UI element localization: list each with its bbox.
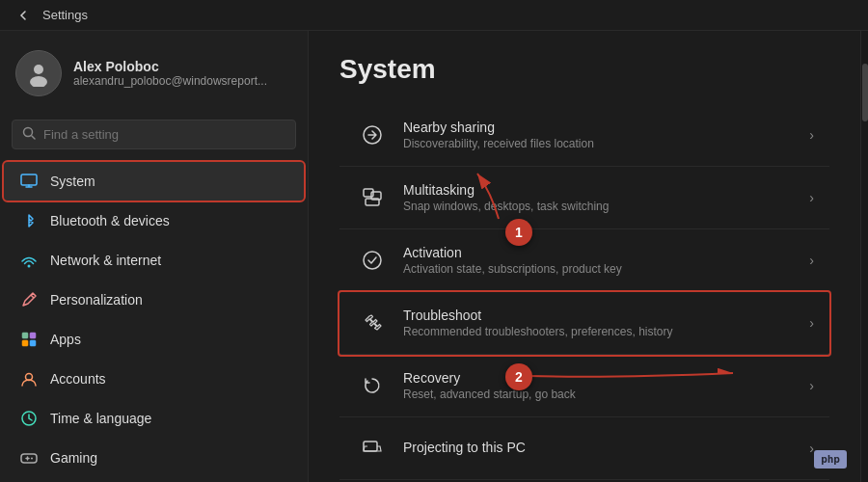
- sidebar-item-label-personalization: Personalization: [50, 292, 143, 308]
- sidebar: Alex Poloboc alexandru_poloboc@windowsre…: [0, 31, 309, 482]
- chevron-right-icon: ›: [809, 315, 814, 331]
- setting-name-troubleshoot: Troubleshoot: [403, 308, 809, 323]
- sidebar-item-time[interactable]: Time & language: [4, 399, 304, 438]
- sidebar-item-label-network: Network & internet: [50, 253, 161, 268]
- sidebar-item-label-apps: Apps: [50, 332, 81, 347]
- nearby-sharing-icon: [355, 118, 390, 152]
- user-profile[interactable]: Alex Poloboc alexandru_poloboc@windowsre…: [0, 31, 308, 112]
- svg-rect-3: [21, 174, 37, 185]
- chevron-right-icon: ›: [809, 378, 814, 393]
- scrollbar[interactable]: [860, 31, 868, 482]
- sidebar-item-label-system: System: [50, 174, 95, 189]
- sidebar-item-system[interactable]: System: [4, 162, 304, 201]
- setting-desc-troubleshoot: Recommended troubleshooters, preferences…: [403, 325, 809, 338]
- sidebar-item-gaming[interactable]: Gaming: [4, 439, 304, 477]
- sidebar-item-network[interactable]: Network & internet: [4, 241, 304, 280]
- php-badge: php: [814, 450, 847, 469]
- projecting-icon: [355, 431, 390, 466]
- bluetooth-icon: [19, 211, 39, 230]
- sidebar-item-apps[interactable]: Apps: [4, 320, 304, 359]
- setting-name-projecting: Projecting to this PC: [403, 440, 809, 455]
- svg-point-0: [34, 65, 43, 74]
- system-icon: [19, 172, 39, 191]
- svg-point-4: [28, 265, 31, 268]
- nav-list: System Bluetooth & devices: [0, 161, 308, 478]
- avatar: [15, 50, 62, 96]
- page-title: System: [339, 54, 829, 85]
- main-layout: Alex Poloboc alexandru_poloboc@windowsre…: [0, 31, 868, 482]
- setting-item-troubleshoot[interactable]: Troubleshoot Recommended troubleshooters…: [339, 292, 829, 355]
- svg-rect-7: [22, 340, 28, 346]
- setting-desc-recovery: Reset, advanced startup, go back: [403, 388, 809, 401]
- sidebar-item-bluetooth[interactable]: Bluetooth & devices: [4, 201, 304, 240]
- setting-item-recovery[interactable]: Recovery Reset, advanced startup, go bac…: [339, 355, 829, 417]
- setting-text-troubleshoot: Troubleshoot Recommended troubleshooters…: [403, 308, 809, 338]
- setting-text-multitasking: Multitasking Snap windows, desktops, tas…: [403, 182, 809, 213]
- svg-rect-5: [22, 333, 28, 338]
- svg-point-2: [24, 128, 33, 137]
- setting-item-multitasking[interactable]: Multitasking Snap windows, desktops, tas…: [339, 167, 829, 229]
- setting-text-nearby-sharing: Nearby sharing Discoverability, received…: [403, 120, 809, 150]
- setting-item-projecting[interactable]: Projecting to this PC ›: [339, 417, 829, 480]
- titlebar-title: Settings: [42, 8, 88, 22]
- gaming-icon: [19, 448, 39, 468]
- sidebar-item-label-accounts: Accounts: [50, 371, 106, 387]
- search-container: [0, 112, 308, 161]
- troubleshoot-icon: [355, 306, 390, 340]
- sidebar-item-personalization[interactable]: Personalization: [4, 281, 304, 319]
- chevron-right-icon: ›: [809, 190, 814, 205]
- svg-point-1: [30, 76, 47, 87]
- sidebar-item-accounts[interactable]: Accounts: [4, 360, 304, 398]
- svg-rect-8: [30, 340, 36, 346]
- setting-text-projecting: Projecting to this PC: [403, 440, 809, 457]
- scrollbar-thumb[interactable]: [862, 64, 868, 121]
- content-area: System Nearby sharing Discoverability, r…: [309, 31, 860, 482]
- svg-point-17: [364, 252, 381, 269]
- user-name: Alex Poloboc: [73, 59, 267, 74]
- svg-point-12: [31, 458, 33, 460]
- sidebar-item-label-bluetooth: Bluetooth & devices: [50, 213, 170, 228]
- setting-name-activation: Activation: [403, 245, 809, 260]
- setting-name-nearby-sharing: Nearby sharing: [403, 120, 809, 135]
- accounts-icon: [19, 369, 39, 388]
- sidebar-item-label-gaming: Gaming: [50, 450, 97, 466]
- search-box[interactable]: [12, 120, 296, 149]
- chevron-right-icon: ›: [809, 127, 814, 143]
- setting-name-multitasking: Multitasking: [403, 182, 809, 198]
- setting-text-activation: Activation Activation state, subscriptio…: [403, 245, 809, 276]
- svg-rect-6: [30, 333, 36, 338]
- setting-desc-activation: Activation state, subscriptions, product…: [403, 262, 809, 276]
- sidebar-item-label-time: Time & language: [50, 411, 151, 426]
- setting-item-activation[interactable]: Activation Activation state, subscriptio…: [339, 229, 829, 292]
- apps-icon: [19, 330, 39, 349]
- search-icon: [22, 126, 36, 143]
- settings-list: Nearby sharing Discoverability, received…: [339, 104, 829, 480]
- personalization-icon: [19, 290, 39, 309]
- setting-text-recovery: Recovery Reset, advanced startup, go bac…: [403, 370, 809, 401]
- activation-icon: [355, 243, 390, 278]
- setting-desc-multitasking: Snap windows, desktops, task switching: [403, 200, 809, 213]
- setting-item-nearby-sharing[interactable]: Nearby sharing Discoverability, received…: [339, 104, 829, 167]
- network-icon: [19, 251, 39, 270]
- setting-name-recovery: Recovery: [403, 370, 809, 386]
- titlebar: Settings: [0, 0, 868, 31]
- search-input[interactable]: [43, 127, 285, 142]
- recovery-icon: [355, 368, 390, 403]
- multitasking-icon: [355, 180, 390, 215]
- time-icon: [19, 409, 39, 428]
- setting-desc-nearby-sharing: Discoverability, received files location: [403, 137, 809, 150]
- user-info: Alex Poloboc alexandru_poloboc@windowsre…: [73, 59, 267, 88]
- user-email: alexandru_poloboc@windowsreport...: [73, 74, 267, 88]
- back-button[interactable]: [12, 4, 35, 27]
- chevron-right-icon: ›: [809, 253, 814, 268]
